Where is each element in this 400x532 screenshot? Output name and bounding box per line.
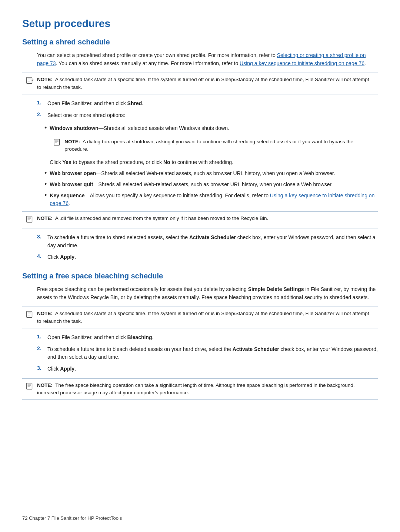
svg-rect-12: [27, 311, 32, 318]
section-bleaching-schedule: Setting a free space bleaching schedule …: [22, 272, 378, 400]
section2-steps: 1. Open File Sanitizer, and then click B…: [37, 334, 378, 373]
bullet-list: • Windows shutdown—Shreds all selected a…: [44, 124, 378, 208]
s2-step-2-num: 2.: [37, 345, 44, 351]
bullet-text: Key sequence—Allows you to specify a key…: [50, 192, 378, 208]
section1-intro-mid: . You can also shred assets manually at …: [56, 60, 240, 66]
section-shred-schedule: Setting a shred schedule You can select …: [22, 38, 378, 261]
step-2: 2. Select one or more shred options:: [37, 111, 378, 120]
section1-note2: NOTE: A .dll file is shredded and remove…: [22, 211, 378, 228]
bullet-item-key-sequence: • Key sequence—Allows you to specify a k…: [44, 192, 378, 208]
step-3: 3. To schedule a future time to shred se…: [37, 234, 378, 250]
note-icon: [26, 76, 34, 86]
bullet-dot: •: [44, 169, 47, 177]
step-4-num: 4.: [37, 253, 44, 259]
s2-step-3-content: Click Apply.: [47, 365, 378, 373]
s2-step-1-num: 1.: [37, 334, 44, 339]
bullet-item-web-quit: • Web browser quit—Shreds all selected W…: [44, 181, 378, 189]
svg-rect-8: [27, 216, 32, 222]
step-1-num: 1.: [37, 100, 44, 106]
step-4: 4. Click Apply.: [37, 253, 378, 261]
bullet-dot: •: [44, 180, 47, 188]
s2-step-1-content: Open File Sanitizer, and then click Blea…: [47, 334, 378, 342]
section2-note1: NOTE: A scheduled task starts at a speci…: [22, 307, 378, 328]
bullet-text: Web browser open—Shreds all selected Web…: [50, 170, 335, 178]
note-label: NOTE:: [37, 77, 53, 82]
section1-heading: Setting a shred schedule: [22, 38, 378, 46]
bullet-item-windows-shutdown: • Windows shutdown—Shreds all selected a…: [44, 124, 378, 167]
s2-step-3-num: 3.: [37, 365, 44, 371]
s2-step-2-content: To schedule a future time to bleach dele…: [47, 345, 378, 361]
note-icon: [26, 310, 34, 320]
section2-note2: NOTE: The free space bleaching operation…: [22, 378, 378, 400]
s2-step-3: 3. Click Apply.: [37, 365, 378, 373]
section2-note1-text: NOTE: A scheduled task starts at a speci…: [37, 310, 374, 325]
note-icon: [26, 215, 34, 225]
note2-label: NOTE:: [37, 215, 53, 221]
step-2-content: Select one or more shred options:: [47, 111, 378, 120]
note-icon: [26, 382, 34, 392]
section2-heading: Setting a free space bleaching schedule: [22, 272, 378, 280]
step-4-content: Click Apply.: [47, 253, 378, 261]
page-title: Setup procedures: [22, 18, 378, 30]
bullet-dot: •: [44, 124, 47, 132]
section1-intro-text: You can select a predefined shred profil…: [37, 52, 277, 58]
section1-steps2: 3. To schedule a future time to shred se…: [37, 234, 378, 261]
section1-note2-text: NOTE: A .dll file is shredded and remove…: [37, 215, 268, 222]
svg-rect-4: [54, 139, 60, 145]
section1-intro-end: .: [364, 60, 366, 66]
link-key-sequence[interactable]: Using a key sequence to initiate shreddi…: [240, 60, 364, 66]
step-1-content: Open File Sanitizer, and then click Shre…: [47, 100, 378, 108]
sub-note-text: NOTE: A dialog box opens at shutdown, as…: [64, 138, 374, 153]
section1-note1-text: NOTE: A scheduled task starts at a speci…: [37, 76, 374, 91]
page-footer: 72 Chapter 7 File Sanitizer for HP Prote…: [22, 515, 122, 521]
svg-rect-0: [27, 77, 32, 84]
bullet-text: Windows shutdown—Shreds all selected ass…: [50, 124, 378, 167]
section2-intro: Free space bleaching can be performed oc…: [37, 285, 378, 301]
sub-note-icon: [53, 138, 61, 149]
section1-steps: 1. Open File Sanitizer, and then click S…: [37, 100, 378, 119]
svg-rect-16: [27, 383, 32, 389]
bullet-dot: •: [44, 191, 47, 200]
sub-note-shutdown: NOTE: A dialog box opens at shutdown, as…: [50, 135, 378, 157]
s2-step-1: 1. Open File Sanitizer, and then click B…: [37, 334, 378, 342]
step-3-content: To schedule a future time to shred selec…: [47, 234, 378, 250]
step-3-num: 3.: [37, 234, 44, 240]
step-2-num: 2.: [37, 111, 44, 117]
step-1: 1. Open File Sanitizer, and then click S…: [37, 100, 378, 108]
section2-note2-text: NOTE: The free space bleaching operation…: [37, 382, 374, 397]
section1-note1: NOTE: A scheduled task starts at a speci…: [22, 73, 378, 94]
bullet-item-web-open: • Web browser open—Shreds all selected W…: [44, 170, 378, 178]
click-yes-text: Click Yes to bypass the shred procedure,…: [50, 158, 378, 167]
s2-step-2: 2. To schedule a future time to bleach d…: [37, 345, 378, 361]
section1-intro: You can select a predefined shred profil…: [37, 51, 378, 67]
bullet-text: Web browser quit—Shreds all selected Web…: [50, 181, 333, 189]
